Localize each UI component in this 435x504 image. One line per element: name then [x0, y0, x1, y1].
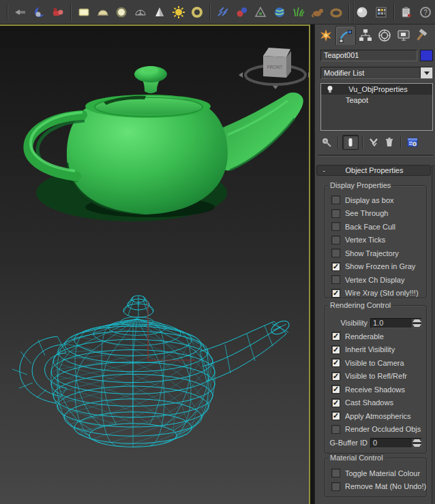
checkbox-show-trajectory[interactable]: Show Trajectory	[325, 247, 426, 260]
checkbox-apply-atmospherics[interactable]: Apply Atmospherics	[325, 409, 426, 423]
gbuffer-field[interactable]: 0	[370, 438, 422, 448]
checkbox-wire-xray[interactable]: Wire Xray (Std only!!!)	[325, 287, 426, 300]
yellow-ring-icon[interactable]	[189, 4, 205, 20]
checkbox-vertex-ch-display[interactable]: Vertex Ch Display	[325, 273, 426, 287]
checkbox-icon[interactable]	[331, 275, 340, 284]
checkbox-cast-shadows[interactable]: Cast Shadows	[325, 396, 426, 410]
gbuffer-value[interactable]: 0	[371, 439, 412, 447]
group-rendering-control: Rendering Control Visibility 1.0 Rendera…	[325, 305, 427, 454]
globe-icon[interactable]	[271, 4, 288, 20]
glow-sphere-icon[interactable]	[114, 4, 130, 20]
checkbox-inherit-visibility[interactable]: Inherit Visibility	[325, 343, 426, 357]
lathe-tool-icon[interactable]	[12, 4, 29, 20]
yellow-plane-icon[interactable]	[76, 4, 92, 20]
checkbox-icon[interactable]	[331, 289, 340, 298]
spinner-up-icon[interactable]	[412, 319, 421, 324]
viewcube-front-label[interactable]: FRONT	[267, 65, 282, 69]
checkbox-icon[interactable]	[331, 262, 340, 271]
atom-spheres-icon[interactable]	[234, 4, 250, 20]
checkbox-icon[interactable]	[331, 398, 340, 407]
viewcube[interactable]: FRONT	[239, 48, 309, 89]
group-display-properties: Display Properties Display as box See Th…	[325, 185, 427, 298]
checkbox-see-through[interactable]: See Through	[325, 207, 426, 221]
checkbox-icon[interactable]	[331, 358, 340, 367]
object-name-field[interactable]: Teapot001	[320, 50, 417, 61]
checkbox-back-face-cull[interactable]: Back Face Cull	[325, 220, 426, 234]
checkbox-icon[interactable]	[331, 385, 340, 394]
wire-dome-icon[interactable]	[132, 4, 149, 20]
checkbox-vertex-ticks[interactable]: Vertex Ticks	[325, 234, 426, 247]
checkbox-icon[interactable]	[331, 332, 340, 341]
checkbox-render-occluded-objs[interactable]: Render Occluded Objs	[325, 423, 426, 437]
checkbox-icon[interactable]	[331, 372, 340, 381]
tab-utilities[interactable]	[413, 26, 432, 44]
checkbox-toggle-material-colour[interactable]: Toggle Material Colour	[325, 467, 426, 480]
checkbox-icon[interactable]	[331, 236, 340, 245]
rollout-object-properties[interactable]: - Object Properties	[316, 165, 431, 176]
teapot-wireframe-parts	[12, 301, 291, 403]
material-editor-icon[interactable]	[373, 4, 389, 20]
spinner-down-icon[interactable]	[412, 324, 421, 328]
checkbox-remove-mat[interactable]: Remove Mat (No Undo!)	[325, 480, 426, 494]
checkbox-visible-to-camera[interactable]: Visible to Camera	[325, 356, 426, 370]
checkbox-icon[interactable]	[331, 411, 340, 420]
blue-moon-icon[interactable]	[31, 4, 48, 20]
visibility-value[interactable]: 1.0	[371, 319, 412, 328]
checkbox-icon[interactable]	[331, 345, 340, 354]
checkbox-icon[interactable]	[331, 209, 340, 218]
sun-icon[interactable]	[170, 4, 187, 20]
animal-icon[interactable]	[310, 4, 326, 20]
checkbox-icon[interactable]	[331, 425, 340, 434]
checkbox-visible-to-refl-refr[interactable]: Visible to Refl/Refr	[325, 370, 426, 383]
checkbox-icon[interactable]	[331, 482, 340, 491]
remove-modifier-button[interactable]	[382, 136, 397, 149]
plugin-toolbar: ?	[0, 0, 435, 25]
white-cone-icon[interactable]	[151, 4, 168, 20]
red-camera-icon[interactable]	[50, 4, 66, 20]
blue-scatter-icon[interactable]	[215, 4, 231, 20]
stack-item-teapot[interactable]: Teapot	[321, 95, 432, 106]
modifier-list-dropdown[interactable]: Modifier List	[320, 67, 433, 79]
visibility-field[interactable]: 1.0	[370, 318, 422, 328]
checkbox-display-as-box[interactable]: Display as box	[325, 193, 426, 207]
panel-scrollbar[interactable]	[432, 165, 435, 504]
dropdown-arrow-button[interactable]	[420, 67, 432, 78]
rollout-collapse-icon[interactable]: -	[320, 166, 328, 174]
spinner-buttons[interactable]	[412, 439, 421, 447]
grass-icon[interactable]	[290, 4, 307, 20]
checkbox-icon[interactable]	[331, 469, 340, 477]
tab-hierarchy[interactable]	[356, 26, 375, 44]
sand-dome-icon[interactable]	[95, 4, 111, 20]
make-unique-button[interactable]	[367, 136, 382, 149]
clipboard-icon[interactable]	[399, 4, 415, 20]
spinner-buttons[interactable]	[412, 319, 421, 328]
checkbox-icon[interactable]	[331, 249, 340, 257]
gbuffer-spinner-row: G-Buffer ID 0	[325, 436, 426, 450]
perspective-viewport[interactable]: FRONT	[0, 25, 310, 504]
eco-pyramid-icon[interactable]	[253, 4, 269, 20]
checkbox-show-frozen-in-gray[interactable]: Show Frozen in Gray	[325, 260, 426, 274]
show-end-result-button[interactable]	[342, 135, 359, 150]
tab-motion[interactable]	[375, 26, 394, 44]
lightbulb-icon[interactable]	[327, 85, 333, 93]
tab-display[interactable]	[394, 26, 413, 44]
rock-ring-icon[interactable]	[328, 4, 344, 20]
pin-stack-button[interactable]	[319, 136, 334, 149]
configure-modifier-sets-button[interactable]	[405, 136, 420, 149]
checkbox-renderable[interactable]: Renderable	[325, 330, 426, 343]
help-icon[interactable]: ?	[417, 4, 434, 20]
checkbox-receive-shadows[interactable]: Receive Shadows	[325, 383, 426, 396]
visibility-spinner-row: Visibility 1.0	[325, 316, 426, 330]
stack-item-vu-objproperties[interactable]: Vu_ObjProperties	[321, 84, 432, 95]
checkbox-icon[interactable]	[331, 195, 340, 204]
modifier-list-label: Modifier List	[324, 69, 364, 77]
tab-modify[interactable]	[335, 26, 356, 45]
teapot-wireframe[interactable]	[51, 296, 215, 447]
spinner-down-icon[interactable]	[412, 443, 421, 447]
teapot-shaded[interactable]	[28, 66, 303, 221]
object-color-swatch[interactable]	[420, 50, 433, 61]
tab-create[interactable]	[316, 26, 335, 44]
render-sphere-icon[interactable]	[354, 4, 370, 20]
spinner-up-icon[interactable]	[412, 439, 421, 443]
checkbox-icon[interactable]	[331, 222, 340, 231]
